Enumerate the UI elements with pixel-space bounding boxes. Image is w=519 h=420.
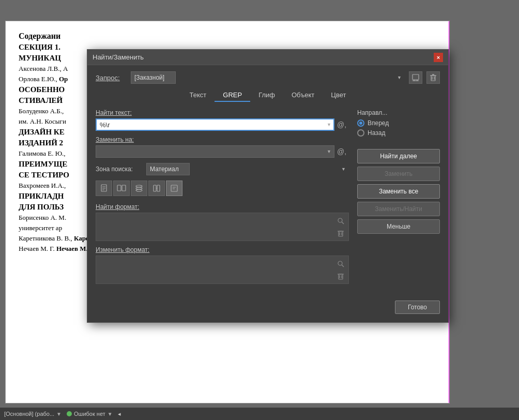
status-errors-arrow[interactable]: ▼ <box>108 411 113 417</box>
svg-rect-14 <box>122 185 126 191</box>
save-query-button[interactable] <box>409 71 422 84</box>
change-format-section: Изменить формат: <box>96 246 349 284</box>
svg-rect-33 <box>339 274 343 279</box>
find-format-box <box>96 213 349 241</box>
zone-label: Зона поиска: <box>96 166 142 173</box>
action-buttons: Найти далее Заменить Заменить все Замени… <box>357 149 440 234</box>
status-mode-arrow[interactable]: ▼ <box>56 411 62 417</box>
backward-radio-circle <box>357 129 364 137</box>
svg-line-25 <box>342 222 344 224</box>
find-format-search-button[interactable] <box>335 216 346 226</box>
tab-color[interactable]: Цвет <box>323 89 354 102</box>
dialog-close-button[interactable]: × <box>434 53 443 62</box>
zone-row: Зона поиска: Материал <box>96 163 349 175</box>
query-row: Запрос: [Заказной] <box>96 71 440 84</box>
query-select-wrapper: [Заказной] <box>131 71 405 84</box>
zone-select-wrapper: Материал <box>146 163 349 175</box>
tool-icon-4[interactable] <box>148 181 165 196</box>
tab-grep[interactable]: GREP <box>215 89 250 102</box>
find-text-label: Найти текст: <box>96 109 349 116</box>
replace-input-row: @, <box>96 145 349 158</box>
dialog-body: Запрос: [Заказной] <box>87 65 448 322</box>
find-next-button[interactable]: Найти далее <box>357 149 440 163</box>
svg-point-15 <box>136 189 142 191</box>
tool-icon-1[interactable] <box>96 181 112 196</box>
query-select[interactable]: [Заказной] <box>131 71 176 84</box>
tab-text[interactable]: Текст <box>181 89 215 102</box>
direction-forward[interactable]: Вперед <box>357 119 440 127</box>
direction-backward[interactable]: Назад <box>357 129 440 137</box>
find-format-label: Найти формат: <box>96 203 349 211</box>
svg-point-24 <box>338 218 342 222</box>
svg-rect-0 <box>413 74 419 80</box>
change-format-icons <box>335 259 346 281</box>
svg-rect-19 <box>157 185 160 191</box>
svg-rect-27 <box>339 231 343 236</box>
find-replace-dialog: Найти/Заменить × Запрос: [Заказной] <box>87 49 449 323</box>
tab-glyph[interactable]: Глиф <box>250 89 283 102</box>
status-error-text: Ошибок нет <box>74 411 105 417</box>
tool-icon-3[interactable] <box>131 181 147 196</box>
tab-object[interactable]: Объект <box>283 89 323 102</box>
zone-select[interactable]: Материал <box>146 163 190 175</box>
dialog-title: Найти/Заменить <box>93 53 144 61</box>
status-dot <box>67 411 72 416</box>
status-mode: [Основной] (рабо... ▼ <box>4 411 62 417</box>
dialog-titlebar: Найти/Заменить × <box>87 50 448 65</box>
status-bar: [Основной] (рабо... ▼ Ошибок нет ▼ ◂ <box>0 408 519 420</box>
svg-rect-5 <box>431 76 435 81</box>
tool-icon-2[interactable] <box>113 181 130 196</box>
replace-label: Заменить на: <box>96 136 349 143</box>
direction-section: Направл... Вперед Назад <box>357 109 440 137</box>
status-errors: Ошибок нет ▼ <box>67 411 113 417</box>
find-at-button[interactable]: @, <box>334 118 349 131</box>
replace-all-button[interactable]: Заменить все <box>357 184 440 199</box>
svg-point-17 <box>136 185 142 187</box>
tabs-row: Текст GREP Глиф Объект Цвет <box>96 89 440 102</box>
icon-toolbar <box>96 181 349 196</box>
forward-radio-circle <box>357 119 364 127</box>
right-column: Направл... Вперед Назад Найти далее <box>357 109 440 289</box>
doc-line-1: Содержани <box>19 32 436 41</box>
replace-text-input[interactable] <box>96 145 334 158</box>
find-format-icons <box>335 216 346 238</box>
left-column: Найти текст: @, Заменить на: @, <box>96 109 349 289</box>
tool-icon-5[interactable] <box>166 181 182 196</box>
svg-rect-13 <box>117 185 121 191</box>
status-separator: ◂ <box>118 411 121 417</box>
status-mode-text: [Основной] (рабо... <box>4 411 54 417</box>
replace-at-button[interactable]: @, <box>334 145 349 158</box>
change-format-delete-button[interactable] <box>335 271 346 281</box>
change-format-label: Изменить формат: <box>96 246 349 253</box>
bottom-row: Готово <box>96 295 440 314</box>
replace-find-button[interactable]: Заменить/Найти <box>357 202 440 216</box>
separator-icon: ◂ <box>118 411 121 417</box>
replace-input-wrapper <box>96 145 334 158</box>
svg-rect-21 <box>171 185 177 191</box>
find-text-input[interactable] <box>96 118 334 131</box>
delete-query-button[interactable] <box>426 71 440 84</box>
svg-line-31 <box>342 265 344 267</box>
find-input-wrapper <box>96 118 334 131</box>
svg-point-30 <box>338 261 342 265</box>
query-label: Запрос: <box>96 74 127 82</box>
less-button[interactable]: Меньше <box>357 219 440 234</box>
direction-label: Направл... <box>357 109 440 116</box>
done-button[interactable]: Готово <box>395 301 440 314</box>
change-format-search-button[interactable] <box>335 259 346 269</box>
replace-button[interactable]: Заменить <box>357 167 440 181</box>
find-input-row: @, <box>96 118 349 131</box>
main-layout: Найти текст: @, Заменить на: @, <box>96 109 440 289</box>
svg-rect-18 <box>154 185 156 191</box>
forward-label: Вперед <box>368 119 389 127</box>
svg-point-16 <box>136 187 142 189</box>
backward-label: Назад <box>368 129 385 137</box>
change-format-box <box>96 256 349 284</box>
find-format-section: Найти формат: <box>96 203 349 241</box>
find-format-delete-button[interactable] <box>335 228 346 238</box>
direction-radio-group: Вперед Назад <box>357 119 440 137</box>
